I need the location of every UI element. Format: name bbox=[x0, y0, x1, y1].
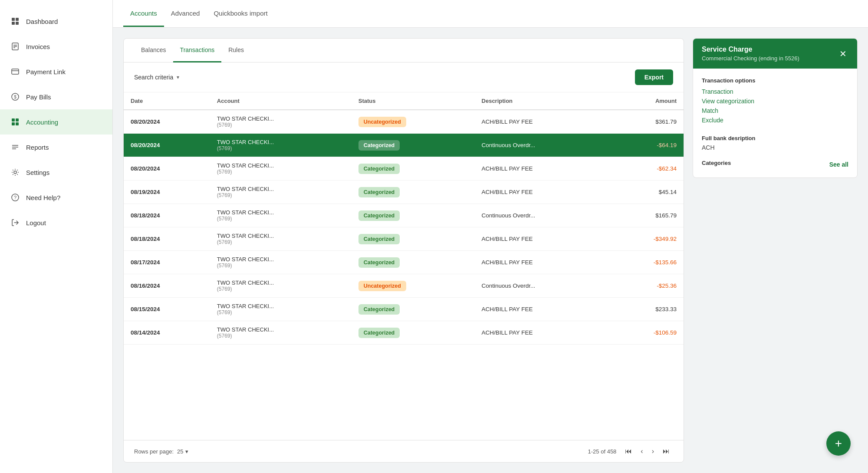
cell-amount: $45.14 bbox=[610, 181, 684, 204]
sidebar-item-payment-link[interactable]: Payment Link bbox=[0, 59, 112, 84]
transaction-link[interactable]: Transaction bbox=[702, 88, 848, 95]
cell-description: ACH/BILL PAY FEE bbox=[475, 157, 610, 181]
sidebar-item-logout[interactable]: Logout bbox=[0, 210, 112, 235]
cell-description: ACH/BILL PAY FEE bbox=[475, 251, 610, 274]
svg-text:$: $ bbox=[14, 95, 16, 99]
cell-amount: -$106.59 bbox=[610, 321, 684, 345]
status-badge: Categorized bbox=[358, 328, 400, 338]
tab-accounts[interactable]: Accounts bbox=[123, 1, 164, 27]
cell-account: TWO STAR CHECKI...(5769) bbox=[210, 251, 352, 274]
categories-section: Categories See all bbox=[702, 160, 848, 169]
table-row[interactable]: 08/15/2024TWO STAR CHECKI...(5769)Catego… bbox=[124, 298, 684, 321]
cell-amount: -$135.66 bbox=[610, 251, 684, 274]
table-row[interactable]: 08/20/2024TWO STAR CHECKI...(5769)Catego… bbox=[124, 157, 684, 181]
cell-status: Categorized bbox=[352, 298, 475, 321]
table-row[interactable]: 08/17/2024TWO STAR CHECKI...(5769)Catego… bbox=[124, 251, 684, 274]
search-criteria-button[interactable]: Search criteria ▾ bbox=[134, 74, 179, 81]
status-badge: Categorized bbox=[358, 234, 400, 244]
next-page-button[interactable]: › bbox=[648, 446, 658, 457]
tab-quickbooks[interactable]: Quickbooks import bbox=[207, 1, 274, 27]
status-badge: Categorized bbox=[358, 257, 400, 268]
sidebar-label-payment-link: Payment Link bbox=[26, 68, 66, 76]
last-page-button[interactable]: ⏭ bbox=[659, 446, 673, 457]
cell-account: TWO STAR CHECKI...(5769) bbox=[210, 110, 352, 134]
table-row[interactable]: 08/14/2024TWO STAR CHECKI...(5769)Catego… bbox=[124, 321, 684, 345]
cell-account: TWO STAR CHECKI...(5769) bbox=[210, 134, 352, 157]
cell-description: ACH/BILL PAY FEE bbox=[475, 181, 610, 204]
table-row[interactable]: 08/18/2024TWO STAR CHECKI...(5769)Catego… bbox=[124, 227, 684, 251]
pagination: Rows per page: 25 ▾ 1-25 of 458 ⏮ ‹ › ⏭ bbox=[124, 440, 684, 462]
sidebar-label-settings: Settings bbox=[26, 169, 49, 176]
svg-point-19 bbox=[14, 171, 16, 174]
table-row[interactable]: 08/18/2024TWO STAR CHECKI...(5769)Catego… bbox=[124, 204, 684, 227]
panel-subtitle: Commercial Checking (ending in 5526) bbox=[702, 55, 799, 62]
sidebar-item-accounting[interactable]: Accounting bbox=[0, 109, 112, 135]
exclude-link[interactable]: Exclude bbox=[702, 117, 848, 124]
rows-per-page-chevron-icon: ▾ bbox=[185, 448, 188, 455]
sidebar-item-settings[interactable]: Settings bbox=[0, 160, 112, 185]
pay-bills-icon: $ bbox=[10, 92, 20, 102]
svg-rect-2 bbox=[12, 22, 15, 25]
cell-date: 08/20/2024 bbox=[124, 110, 210, 134]
table-row[interactable]: 08/20/2024TWO STAR CHECKI...(5769)Uncate… bbox=[124, 110, 684, 134]
payment-link-icon bbox=[10, 67, 20, 76]
cell-account: TWO STAR CHECKI...(5769) bbox=[210, 321, 352, 345]
cell-description: Continuous Overdr... bbox=[475, 274, 610, 298]
sidebar-item-pay-bills[interactable]: $ Pay Bills bbox=[0, 84, 112, 109]
col-account: Account bbox=[210, 92, 352, 110]
cell-description: ACH/BILL PAY FEE bbox=[475, 110, 610, 134]
cell-status: Categorized bbox=[352, 157, 475, 181]
tab-balances[interactable]: Balances bbox=[134, 39, 173, 62]
side-panel: Service Charge Commercial Checking (endi… bbox=[693, 38, 858, 178]
main-content: Accounts Advanced Quickbooks import Bala… bbox=[113, 0, 868, 473]
table-row[interactable]: 08/19/2024TWO STAR CHECKI...(5769)Catego… bbox=[124, 181, 684, 204]
cell-description: ACH/BILL PAY FEE bbox=[475, 321, 610, 345]
svg-rect-15 bbox=[16, 122, 19, 125]
svg-rect-14 bbox=[12, 122, 15, 125]
cell-date: 08/14/2024 bbox=[124, 321, 210, 345]
prev-page-button[interactable]: ‹ bbox=[637, 446, 646, 457]
fab-button[interactable]: + bbox=[826, 431, 851, 456]
sidebar-item-reports[interactable]: Reports bbox=[0, 135, 112, 160]
cell-date: 08/16/2024 bbox=[124, 274, 210, 298]
cell-date: 08/18/2024 bbox=[124, 227, 210, 251]
cell-status: Categorized bbox=[352, 251, 475, 274]
tab-advanced[interactable]: Advanced bbox=[164, 1, 207, 27]
panel-title: Service Charge bbox=[702, 46, 799, 53]
svg-rect-0 bbox=[12, 18, 15, 21]
tab-transactions[interactable]: Transactions bbox=[173, 39, 222, 62]
sidebar-item-need-help[interactable]: ? Need Help? bbox=[0, 185, 112, 210]
cell-status: Categorized bbox=[352, 181, 475, 204]
search-criteria-label: Search criteria bbox=[134, 74, 173, 81]
cell-description: ACH/BILL PAY FEE bbox=[475, 298, 610, 321]
page-navigation: ⏮ ‹ › ⏭ bbox=[621, 446, 673, 457]
status-badge: Uncategorized bbox=[358, 117, 406, 127]
panel-close-button[interactable]: ✕ bbox=[838, 49, 848, 58]
settings-icon bbox=[10, 168, 20, 177]
match-link[interactable]: Match bbox=[702, 107, 848, 114]
rows-per-page-select[interactable]: 25 ▾ bbox=[177, 448, 188, 455]
view-categorization-link[interactable]: View categorization bbox=[702, 98, 848, 105]
sidebar-item-invoices[interactable]: Invoices bbox=[0, 34, 112, 59]
status-badge: Uncategorized bbox=[358, 281, 406, 291]
rows-per-page-value: 25 bbox=[177, 448, 183, 455]
transactions-card: Balances Transactions Rules Search crite… bbox=[123, 38, 684, 463]
status-badge: Categorized bbox=[358, 210, 400, 221]
first-page-button[interactable]: ⏮ bbox=[621, 446, 635, 457]
sidebar-label-reports: Reports bbox=[26, 144, 49, 151]
sidebar-item-dashboard[interactable]: Dashboard bbox=[0, 9, 112, 34]
see-all-link[interactable]: See all bbox=[829, 161, 848, 168]
tab-rules[interactable]: Rules bbox=[221, 39, 251, 62]
cell-account: TWO STAR CHECKI...(5769) bbox=[210, 204, 352, 227]
export-button[interactable]: Export bbox=[635, 69, 673, 85]
full-bank-description-label: Full bank desription bbox=[702, 135, 848, 141]
col-description: Description bbox=[475, 92, 610, 110]
logout-icon bbox=[10, 218, 20, 227]
cell-description: Continuous Overdr... bbox=[475, 134, 610, 157]
table-row[interactable]: 08/16/2024TWO STAR CHECKI...(5769)Uncate… bbox=[124, 274, 684, 298]
cell-account: TWO STAR CHECKI...(5769) bbox=[210, 274, 352, 298]
cell-amount: $233.33 bbox=[610, 298, 684, 321]
table-row[interactable]: 08/20/2024TWO STAR CHECKI...(5769)Catego… bbox=[124, 134, 684, 157]
svg-text:?: ? bbox=[14, 195, 16, 200]
status-badge: Categorized bbox=[358, 187, 400, 197]
